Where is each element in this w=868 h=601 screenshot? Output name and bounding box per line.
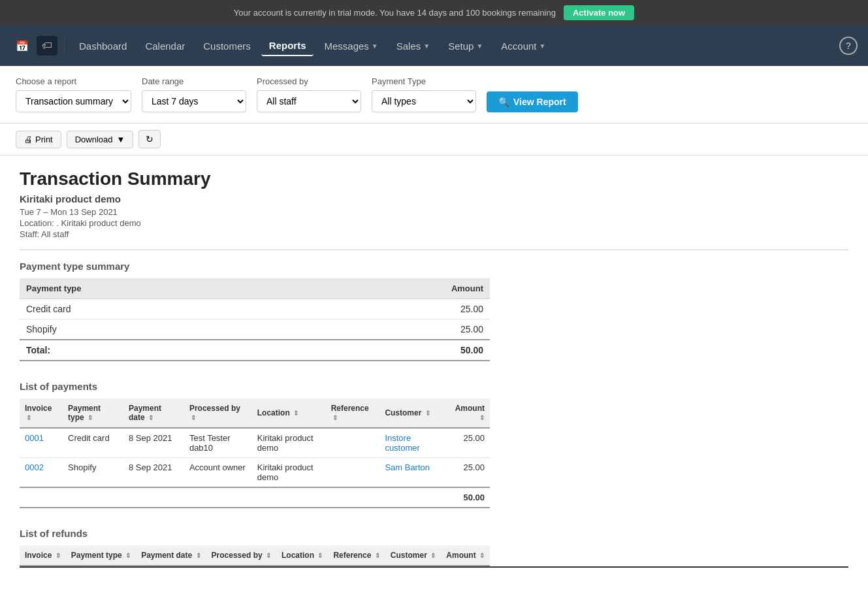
col-customer[interactable]: Customer ⇕ xyxy=(379,398,444,428)
col-amount[interactable]: Amount ⇕ xyxy=(444,398,490,428)
total-row: Total: 50.00 xyxy=(20,340,490,361)
amount-cell: 25.00 xyxy=(444,458,490,488)
col-payment-type[interactable]: Payment type ⇕ xyxy=(66,545,136,566)
payment-type-sort-icon: ⇕ xyxy=(88,414,93,421)
col-invoice[interactable]: Invoice ⇕ xyxy=(20,545,66,566)
nav-dashboard[interactable]: Dashboard xyxy=(71,37,135,56)
nav-calendar[interactable]: Calendar xyxy=(137,37,193,56)
col-payment-date[interactable]: Payment date ⇕ xyxy=(136,545,206,566)
trial-banner: Your account is currently in trial mode.… xyxy=(0,0,868,25)
payment-type-select[interactable]: All types Credit card Shopify Cash xyxy=(372,90,476,112)
payment-type-cell: Credit card xyxy=(20,299,302,319)
tag-icon-button[interactable]: 🏷 xyxy=(37,36,57,56)
invoice-link: 0002 xyxy=(25,463,44,472)
download-label: Download xyxy=(75,135,113,144)
amount-sort-icon: ⇕ xyxy=(479,414,485,421)
refund-amount-sort-icon: ⇕ xyxy=(479,552,485,559)
col-location[interactable]: Location ⇕ xyxy=(252,398,326,428)
col-processed-by[interactable]: Processed by ⇕ xyxy=(206,545,276,566)
refunds-table-bottom-border xyxy=(20,566,848,568)
reference-cell xyxy=(326,458,380,488)
report-select[interactable]: Transaction summary Payment summary Sale… xyxy=(16,90,131,112)
processed-by-sort-icon: ⇕ xyxy=(191,414,196,421)
print-label: Print xyxy=(35,135,53,144)
refunds-table-header-row: Invoice ⇕ Payment type ⇕ Payment date ⇕ … xyxy=(20,545,490,566)
nav-sales[interactable]: Sales ▼ xyxy=(389,37,438,56)
payments-total-row: 50.00 xyxy=(20,487,490,508)
invoice-link: 0001 xyxy=(25,433,44,443)
col-amount: Amount xyxy=(302,278,490,299)
col-customer[interactable]: Customer ⇕ xyxy=(385,545,441,566)
messages-arrow-icon: ▼ xyxy=(372,42,378,50)
payment-type-cell: Shopify xyxy=(63,458,123,488)
processed-by-cell: Account owner xyxy=(184,458,252,488)
setup-arrow-icon: ▼ xyxy=(476,42,483,50)
refund-processed-by-sort-icon: ⇕ xyxy=(266,552,271,559)
nav-reports[interactable]: Reports xyxy=(261,36,314,56)
date-range-filter-group: Date range Today Last 7 days Last 30 day… xyxy=(142,76,246,112)
report-staff: Staff: All staff xyxy=(20,229,848,239)
col-payment-date[interactable]: Payment date ⇕ xyxy=(123,398,184,428)
customer-cell[interactable]: Sam Barton xyxy=(379,458,444,488)
col-processed-by[interactable]: Processed by ⇕ xyxy=(184,398,252,428)
refund-customer-sort-icon: ⇕ xyxy=(430,552,436,559)
refresh-button[interactable]: ↻ xyxy=(138,130,161,148)
processed-by-label: Processed by xyxy=(257,76,361,86)
nav-divider xyxy=(64,36,65,56)
payment-type-label: Payment Type xyxy=(372,76,476,86)
nav-account[interactable]: Account ▼ xyxy=(493,37,553,56)
date-range-label: Date range xyxy=(142,76,246,86)
table-row: 0002 Shopify 8 Sep 2021 Account owner Ki… xyxy=(20,458,490,488)
refund-payment-date-sort-icon: ⇕ xyxy=(196,552,201,559)
payments-table-header-row: Invoice ⇕ Payment type ⇕ Payment date ⇕ … xyxy=(20,398,490,428)
invoice-cell[interactable]: 0001 xyxy=(20,428,63,458)
report-filter-group: Choose a report Transaction summary Paym… xyxy=(16,76,131,112)
activate-button[interactable]: Activate now xyxy=(564,5,634,20)
nav-setup[interactable]: Setup ▼ xyxy=(440,37,490,56)
refund-location-sort-icon: ⇕ xyxy=(317,552,323,559)
report-date-range: Tue 7 – Mon 13 Sep 2021 xyxy=(20,207,848,217)
help-button[interactable]: ? xyxy=(839,37,858,55)
col-location[interactable]: Location ⇕ xyxy=(276,545,328,566)
table-row: Shopify 25.00 xyxy=(20,319,490,340)
refund-payment-type-sort-icon: ⇕ xyxy=(125,552,131,559)
view-report-button[interactable]: 🔍 View Report xyxy=(487,91,578,112)
navbar: 📅 🏷 Dashboard Calendar Customers Reports… xyxy=(0,25,868,66)
list-of-payments-title: List of payments xyxy=(20,381,848,392)
payments-table: Invoice ⇕ Payment type ⇕ Payment date ⇕ … xyxy=(20,398,490,508)
refund-invoice-sort-icon: ⇕ xyxy=(56,552,61,559)
table-row: 0001 Credit card 8 Sep 2021 Test Tester … xyxy=(20,428,490,458)
print-button[interactable]: 🖨 Print xyxy=(16,131,61,148)
list-of-payments-section: List of payments Invoice ⇕ Payment type … xyxy=(20,381,848,508)
col-amount[interactable]: Amount ⇕ xyxy=(441,545,490,566)
action-bar: 🖨 Print Download ▼ ↻ xyxy=(0,123,868,155)
amount-cell: 25.00 xyxy=(302,319,490,340)
search-icon: 🔍 xyxy=(498,97,509,107)
processed-by-select[interactable]: All staff Account owner Test Tester dab1… xyxy=(257,90,361,112)
download-button[interactable]: Download ▼ xyxy=(67,131,134,148)
total-label: Total: xyxy=(20,340,302,361)
nav-messages[interactable]: Messages ▼ xyxy=(316,37,385,56)
refund-reference-sort-icon: ⇕ xyxy=(375,552,380,559)
table-row: Credit card 25.00 xyxy=(20,299,490,319)
date-range-select[interactable]: Today Last 7 days Last 30 days Custom xyxy=(142,90,246,112)
customer-cell[interactable]: Instore customer xyxy=(379,428,444,458)
col-reference[interactable]: Reference ⇕ xyxy=(328,545,385,566)
col-payment-type[interactable]: Payment type ⇕ xyxy=(63,398,123,428)
report-location: Location: . Kiritaki product demo xyxy=(20,218,848,228)
report-wrapper: Transaction Summary Kiritaki product dem… xyxy=(0,155,868,601)
location-cell: Kiritaki product demo xyxy=(252,458,326,488)
invoice-cell[interactable]: 0002 xyxy=(20,458,63,488)
col-payment-type: Payment type xyxy=(20,278,302,299)
amount-cell: 25.00 xyxy=(444,428,490,458)
filters-bar: Choose a report Transaction summary Paym… xyxy=(0,66,868,123)
nav-customers[interactable]: Customers xyxy=(195,37,259,56)
col-reference[interactable]: Reference ⇕ xyxy=(326,398,380,428)
total-spacer xyxy=(20,487,444,508)
reference-cell xyxy=(326,428,380,458)
col-invoice[interactable]: Invoice ⇕ xyxy=(20,398,63,428)
calendar-icon-button[interactable]: 📅 xyxy=(10,36,34,56)
payment-type-summary-section: Payment type summary Payment type Amount… xyxy=(20,261,848,361)
customer-sort-icon: ⇕ xyxy=(425,410,430,417)
trial-text: Your account is currently in trial mode.… xyxy=(234,8,556,18)
